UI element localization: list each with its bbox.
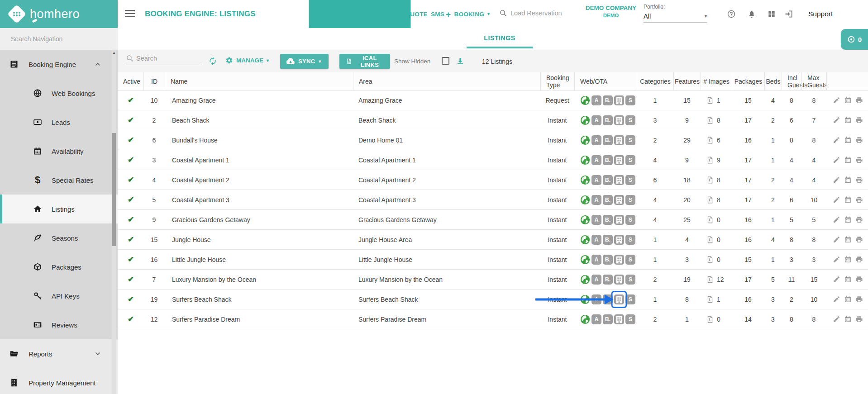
print-icon[interactable] <box>855 295 863 303</box>
web-icon[interactable] <box>580 115 590 125</box>
edit-icon[interactable] <box>833 176 840 184</box>
airbnb-icon[interactable]: A <box>591 95 601 105</box>
homeaway-icon[interactable] <box>614 215 624 225</box>
print-icon[interactable] <box>855 275 863 283</box>
column-header-booking-type[interactable]: Booking Type <box>540 72 574 90</box>
airbnb-icon[interactable]: A <box>591 275 601 285</box>
print-icon[interactable] <box>855 96 863 104</box>
sidebar-item-api-keys[interactable]: API Keys <box>0 281 118 310</box>
sidebar-item-leads[interactable]: Leads <box>0 108 118 137</box>
apps-grid-icon[interactable] <box>767 9 776 19</box>
scrollbar-up-icon[interactable]: ▲ <box>112 51 116 55</box>
download-icon[interactable] <box>456 57 465 66</box>
print-icon[interactable] <box>855 315 863 323</box>
portfolio-select[interactable]: Portfolio: All ▾ <box>644 4 707 23</box>
sidebar-item-booking-engine[interactable]: Booking Engine <box>0 50 118 79</box>
print-icon[interactable] <box>855 196 863 204</box>
sync-button[interactable]: SYNC ▾ <box>280 54 329 69</box>
sidebar-search-input[interactable] <box>0 28 118 50</box>
edit-icon[interactable] <box>833 156 840 164</box>
print-icon[interactable] <box>855 236 863 243</box>
listing-row-9[interactable]: ✔9Gracious Gardens GetawayGracious Garde… <box>118 210 868 230</box>
menu-quote[interactable]: + QUOTE <box>397 0 428 28</box>
table-search-input[interactable] <box>136 55 195 62</box>
stayz-icon[interactable]: S <box>625 255 635 265</box>
booking-com-icon[interactable]: B. <box>603 175 613 185</box>
logout-icon[interactable] <box>784 9 793 19</box>
company-switcher[interactable]: DEMO COMPANY DEMO <box>579 5 643 18</box>
edit-icon[interactable] <box>833 96 840 104</box>
airbnb-icon[interactable]: A <box>591 235 601 245</box>
column-header-categories[interactable]: Categories <box>637 72 673 90</box>
edit-icon[interactable] <box>833 315 840 323</box>
booking-com-icon[interactable]: B. <box>603 275 613 285</box>
column-header-name[interactable]: Name <box>165 72 353 90</box>
homeaway-icon[interactable] <box>614 275 624 285</box>
app-logo[interactable]: homhero <box>0 0 118 28</box>
airbnb-icon[interactable]: A <box>591 255 601 265</box>
column-header-beds[interactable]: Beds <box>764 72 782 90</box>
refresh-icon[interactable] <box>208 57 217 66</box>
print-icon[interactable] <box>855 136 863 144</box>
column-header-web-ota[interactable]: Web/OTA <box>574 72 637 90</box>
listing-row-15[interactable]: ✔15Jungle HouseJungle House AreaInstantA… <box>118 230 868 250</box>
web-icon[interactable] <box>580 175 590 185</box>
listing-row-19[interactable]: ✔19Surfers Beach ShackSurfers Beach Shac… <box>118 290 868 309</box>
edit-icon[interactable] <box>833 196 840 204</box>
web-icon[interactable] <box>580 135 590 145</box>
sidebar-item-listings[interactable]: Listings <box>0 195 118 223</box>
web-icon[interactable] <box>580 294 590 304</box>
calendar-icon[interactable] <box>844 136 852 144</box>
booking-com-icon[interactable]: B. <box>603 135 613 145</box>
tab-listings[interactable]: LISTINGS <box>467 28 533 48</box>
airbnb-icon[interactable]: A <box>591 294 601 304</box>
menu-rate-query[interactable]: $ RATE QUERY <box>333 0 382 28</box>
stayz-icon[interactable]: S <box>625 135 635 145</box>
calendar-icon[interactable] <box>844 156 852 164</box>
column-header-max-guests[interactable]: Max Guests <box>801 72 826 90</box>
column-header-area[interactable]: Area <box>353 72 540 90</box>
notifications-bell-icon[interactable] <box>747 9 756 19</box>
load-reservation-input[interactable] <box>510 9 569 17</box>
web-icon[interactable] <box>580 215 590 225</box>
calendar-icon[interactable] <box>844 315 852 323</box>
stayz-icon[interactable]: S <box>625 175 635 185</box>
notification-count-badge[interactable]: 0 <box>841 29 868 50</box>
homeaway-icon[interactable] <box>614 235 624 245</box>
table-search-field[interactable] <box>126 54 202 65</box>
web-icon[interactable] <box>580 314 590 324</box>
booking-com-icon[interactable]: B. <box>603 255 613 265</box>
load-reservation-field[interactable] <box>499 9 569 17</box>
edit-icon[interactable] <box>833 116 840 124</box>
calendar-icon[interactable] <box>844 96 852 104</box>
booking-com-icon[interactable]: B. <box>603 235 613 245</box>
listing-row-10[interactable]: ✔10Amazing GraceAmazing GraceRequestAB.S… <box>118 90 868 110</box>
calendar-icon[interactable] <box>844 256 852 263</box>
print-icon[interactable] <box>855 116 863 124</box>
column-header-actions[interactable] <box>826 72 868 90</box>
booking-com-icon[interactable]: B. <box>603 314 613 324</box>
homeaway-icon[interactable] <box>614 175 624 185</box>
stayz-icon[interactable]: S <box>625 155 635 165</box>
booking-com-icon[interactable]: B. <box>603 294 613 304</box>
listing-row-16[interactable]: ✔16Little Jungle HouseLittle Jungle Hous… <box>118 250 868 270</box>
edit-icon[interactable] <box>833 295 840 303</box>
web-icon[interactable] <box>580 95 590 105</box>
column-header-packages[interactable]: Packages <box>732 72 764 90</box>
booking-com-icon[interactable]: B. <box>603 95 613 105</box>
sidebar-item-property-management[interactable]: Property Management <box>0 368 118 394</box>
sidebar-item-special-rates[interactable]: $Special Rates <box>0 166 118 195</box>
edit-icon[interactable] <box>833 256 840 263</box>
calendar-icon[interactable] <box>844 196 852 204</box>
calendar-icon[interactable] <box>844 295 852 303</box>
sidebar-item-seasons[interactable]: Seasons <box>0 223 118 252</box>
sidebar-item-reviews[interactable]: Reviews <box>0 310 118 339</box>
column-header-active[interactable]: Active <box>118 72 143 90</box>
web-icon[interactable] <box>580 235 590 245</box>
column-header--images[interactable]: # Images <box>701 72 732 90</box>
ical-links-button[interactable]: ICAL LINKS <box>339 54 390 69</box>
stayz-icon[interactable]: S <box>625 95 635 105</box>
booking-com-icon[interactable]: B. <box>603 195 613 205</box>
listing-row-5[interactable]: ✔5Coastal Apartment 3Coastal Apartment 3… <box>118 190 868 210</box>
airbnb-icon[interactable]: A <box>591 215 601 225</box>
